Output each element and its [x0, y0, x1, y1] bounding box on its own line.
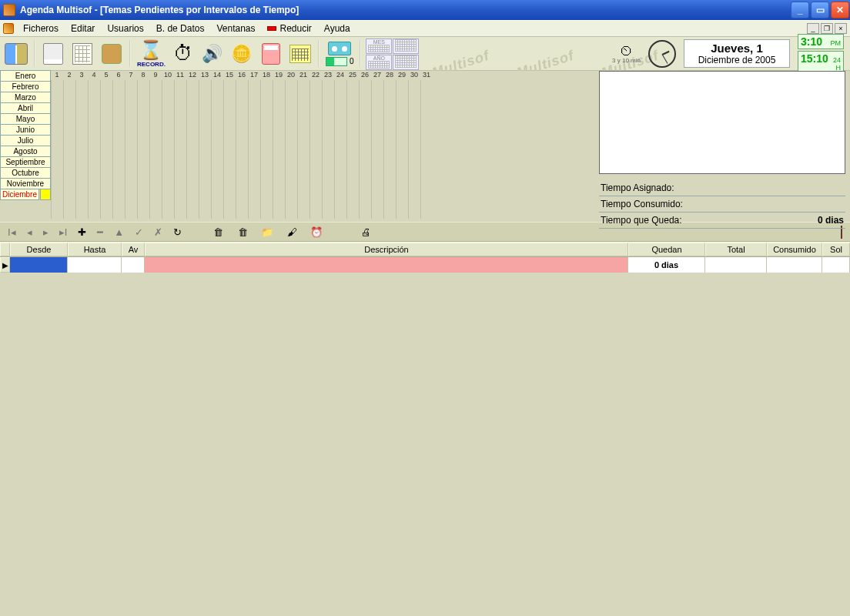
day-column[interactable] [186, 80, 199, 219]
mini-quarter-button[interactable] [393, 38, 419, 54]
day-column[interactable] [223, 80, 236, 219]
mini-multi-button[interactable] [393, 55, 419, 70]
menu-ayuda[interactable]: Ayuda [318, 21, 356, 36]
day-column[interactable] [248, 80, 260, 219]
day-column[interactable] [162, 80, 174, 219]
month-button[interactable]: Julio [0, 135, 51, 146]
nav-first-button[interactable]: I◂ [8, 226, 16, 238]
month-button[interactable]: Junio [0, 124, 51, 136]
mini-mes-button[interactable]: MES [366, 38, 392, 54]
day-column[interactable] [383, 80, 396, 219]
minimize-button[interactable]: _ [791, 2, 809, 18]
brush-button[interactable]: 🖌 [285, 225, 299, 239]
day-column[interactable] [137, 80, 149, 219]
day-column[interactable] [310, 80, 322, 219]
month-button[interactable]: Marzo [0, 92, 51, 103]
menu-usuarios[interactable]: Usuarios [101, 21, 149, 36]
col-desde[interactable]: Desde [10, 243, 68, 256]
day-column[interactable] [75, 80, 88, 219]
confirm-button[interactable]: ✓ [135, 226, 143, 238]
archive-button[interactable] [98, 40, 125, 68]
nav-prev-button[interactable]: ◂ [27, 226, 32, 238]
day-column[interactable] [334, 80, 346, 219]
day-column[interactable] [88, 80, 100, 219]
month-button[interactable]: Agosto [0, 146, 51, 157]
calc-button[interactable] [257, 40, 285, 68]
menu-editar[interactable]: Editar [65, 21, 101, 36]
day-grid[interactable] [51, 80, 433, 219]
day-column[interactable] [63, 80, 75, 219]
close-button[interactable]: ✕ [831, 2, 849, 18]
day-column[interactable] [371, 80, 383, 219]
month-button[interactable]: Octubre [0, 167, 51, 179]
record-button[interactable]: ⌛ RECORD. [135, 38, 168, 69]
calendar-button[interactable] [286, 40, 314, 68]
notes-button[interactable] [39, 40, 67, 68]
maximize-button[interactable]: ▭ [811, 2, 829, 18]
col-descripcion[interactable]: Descripción [145, 243, 628, 256]
nav-next-button[interactable]: ▸ [43, 226, 49, 238]
day-column[interactable] [273, 80, 285, 219]
cell-desde[interactable] [10, 257, 68, 273]
day-column[interactable] [260, 80, 273, 219]
month-button[interactable]: Enero [0, 70, 51, 82]
trash-a-button[interactable]: 🗑 [211, 225, 225, 239]
day-column[interactable] [236, 80, 248, 219]
col-av[interactable]: Av [122, 243, 145, 256]
sound-button[interactable]: 🔊 [199, 40, 226, 68]
up-button[interactable]: ▲ [114, 226, 124, 238]
menu-bdatos[interactable]: B. de Datos [150, 21, 211, 36]
nav-last-button[interactable]: ▸I [59, 226, 68, 238]
day-column[interactable] [420, 80, 433, 219]
day-column[interactable] [346, 80, 359, 219]
day-column[interactable] [51, 80, 63, 219]
print-button[interactable]: 🖨 [359, 225, 373, 239]
folder-button[interactable]: 📁 [260, 225, 274, 239]
month-button-active[interactable]: Diciembre [0, 189, 39, 200]
refresh-button[interactable]: ↻ [173, 226, 182, 238]
add-button[interactable]: ✚ [78, 226, 86, 238]
col-quedan[interactable]: Quedan [628, 243, 705, 256]
table-row[interactable]: ▶ 0 dias [0, 257, 850, 273]
month-button[interactable]: Abril [0, 102, 51, 114]
col-total[interactable]: Total [705, 243, 767, 256]
cancel-button[interactable]: ✗ [154, 226, 162, 238]
day-column[interactable] [100, 80, 112, 219]
day-column[interactable] [112, 80, 125, 219]
mini-ano-button[interactable]: AÑO [366, 55, 392, 70]
month-button[interactable]: Febrero [0, 81, 51, 92]
agenda-button[interactable] [2, 40, 30, 68]
day-column[interactable] [174, 80, 186, 219]
col-sol[interactable]: Sol [822, 243, 850, 256]
tape-progress-button[interactable]: 0 [323, 38, 356, 69]
month-button[interactable]: Mayo [0, 113, 51, 125]
cell-descripcion[interactable] [145, 257, 628, 273]
grid-button[interactable] [69, 40, 96, 68]
day-column[interactable] [297, 80, 310, 219]
mdi-close-button[interactable]: × [835, 23, 847, 34]
menu-ficheros[interactable]: Ficheros [17, 21, 65, 36]
day-column[interactable] [125, 80, 137, 219]
day-column[interactable] [322, 80, 334, 219]
cell-hasta[interactable] [68, 257, 122, 273]
day-column[interactable] [199, 80, 211, 219]
day-column[interactable] [285, 80, 297, 219]
cell-av[interactable] [122, 257, 145, 273]
col-consumido[interactable]: Consumido [767, 243, 822, 256]
col-hasta[interactable]: Hasta [68, 243, 122, 256]
day-column[interactable] [211, 80, 223, 219]
trash-b-button[interactable]: 🗑 [236, 225, 249, 239]
month-button[interactable]: Septiembre [0, 156, 51, 168]
day-column[interactable] [359, 80, 371, 219]
day-column[interactable] [396, 80, 408, 219]
clock-button[interactable]: ⏱ [169, 40, 197, 68]
menu-reducir[interactable]: Reducir [261, 21, 317, 36]
day-column[interactable] [408, 80, 420, 219]
money-button[interactable]: 🪙 [228, 40, 256, 68]
mdi-restore-button[interactable]: ❐ [821, 23, 833, 34]
alarm-button[interactable]: ⏰ [310, 225, 323, 239]
month-button[interactable]: Noviembre [0, 178, 51, 189]
menu-ventanas[interactable]: Ventanas [210, 21, 261, 36]
current-day-marker[interactable] [40, 189, 51, 200]
remove-button[interactable]: ━ [97, 226, 103, 238]
